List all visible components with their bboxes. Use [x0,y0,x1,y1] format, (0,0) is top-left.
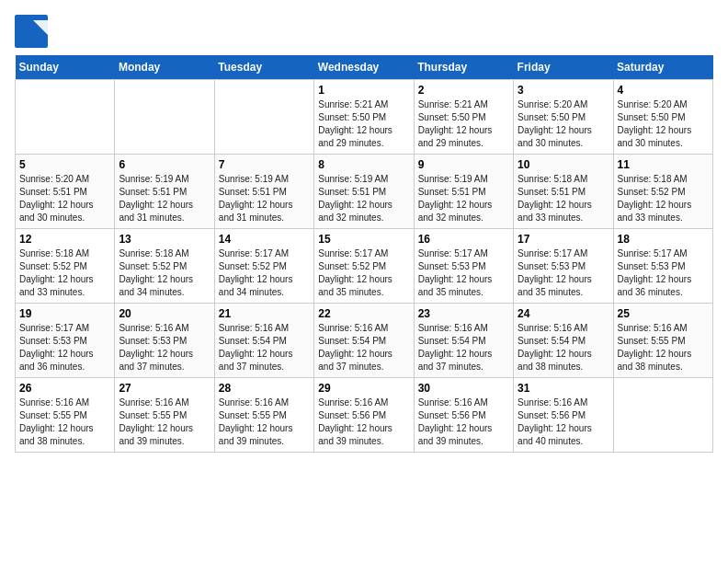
day-number: 30 [418,382,509,395]
day-number: 27 [119,382,210,395]
day-number: 11 [618,158,709,171]
calendar-cell: 6Sunrise: 5:19 AM Sunset: 5:51 PM Daylig… [115,155,214,229]
day-number: 18 [618,233,709,246]
calendar-cell: 8Sunrise: 5:19 AM Sunset: 5:51 PM Daylig… [314,155,414,229]
day-info: Sunrise: 5:18 AM Sunset: 5:52 PM Dayligh… [19,247,110,299]
day-info: Sunrise: 5:17 AM Sunset: 5:53 PM Dayligh… [518,247,609,299]
day-number: 28 [219,382,310,395]
day-info: Sunrise: 5:20 AM Sunset: 5:50 PM Dayligh… [618,98,709,150]
day-number: 8 [318,158,409,171]
calendar-cell: 12Sunrise: 5:18 AM Sunset: 5:52 PM Dayli… [16,229,115,304]
day-info: Sunrise: 5:19 AM Sunset: 5:51 PM Dayligh… [318,173,409,224]
column-header-sunday: Sunday [16,55,115,80]
column-header-tuesday: Tuesday [214,55,313,80]
calendar-header-row: SundayMondayTuesdayWednesdayThursdayFrid… [16,55,713,80]
calendar-week-row: 26Sunrise: 5:16 AM Sunset: 5:55 PM Dayli… [16,378,713,453]
calendar-cell [613,378,712,453]
day-info: Sunrise: 5:16 AM Sunset: 5:55 PM Dayligh… [618,322,709,373]
day-number: 20 [119,307,210,320]
day-info: Sunrise: 5:19 AM Sunset: 5:51 PM Dayligh… [119,173,210,224]
page-header [15,15,713,48]
day-info: Sunrise: 5:17 AM Sunset: 5:53 PM Dayligh… [19,322,110,373]
column-header-thursday: Thursday [414,55,513,80]
day-number: 19 [19,307,110,320]
calendar-cell: 22Sunrise: 5:16 AM Sunset: 5:54 PM Dayli… [314,304,414,378]
day-number: 24 [518,307,609,320]
calendar-week-row: 1Sunrise: 5:21 AM Sunset: 5:50 PM Daylig… [16,80,713,155]
day-info: Sunrise: 5:18 AM Sunset: 5:52 PM Dayligh… [119,247,210,299]
day-info: Sunrise: 5:16 AM Sunset: 5:54 PM Dayligh… [219,322,310,373]
calendar-cell: 9Sunrise: 5:19 AM Sunset: 5:51 PM Daylig… [414,155,513,229]
day-number: 1 [318,84,409,97]
day-number: 31 [518,382,609,395]
day-info: Sunrise: 5:17 AM Sunset: 5:52 PM Dayligh… [219,247,310,299]
calendar-cell: 21Sunrise: 5:16 AM Sunset: 5:54 PM Dayli… [214,304,313,378]
day-number: 9 [418,158,509,171]
calendar-cell: 4Sunrise: 5:20 AM Sunset: 5:50 PM Daylig… [613,80,712,155]
calendar-cell: 2Sunrise: 5:21 AM Sunset: 5:50 PM Daylig… [414,80,513,155]
day-info: Sunrise: 5:21 AM Sunset: 5:50 PM Dayligh… [318,98,409,150]
day-number: 5 [19,158,110,171]
day-info: Sunrise: 5:16 AM Sunset: 5:53 PM Dayligh… [119,322,210,373]
day-info: Sunrise: 5:16 AM Sunset: 5:54 PM Dayligh… [518,322,609,373]
day-info: Sunrise: 5:16 AM Sunset: 5:54 PM Dayligh… [318,322,409,373]
day-number: 17 [518,233,609,246]
day-info: Sunrise: 5:16 AM Sunset: 5:54 PM Dayligh… [418,322,509,373]
calendar-cell: 26Sunrise: 5:16 AM Sunset: 5:55 PM Dayli… [16,378,115,453]
day-number: 16 [418,233,509,246]
day-info: Sunrise: 5:20 AM Sunset: 5:51 PM Dayligh… [19,173,110,224]
column-header-friday: Friday [514,55,613,80]
day-info: Sunrise: 5:16 AM Sunset: 5:55 PM Dayligh… [219,396,310,448]
calendar-table: SundayMondayTuesdayWednesdayThursdayFrid… [15,55,713,453]
calendar-cell: 29Sunrise: 5:16 AM Sunset: 5:56 PM Dayli… [314,378,414,453]
day-number: 12 [19,233,110,246]
day-info: Sunrise: 5:17 AM Sunset: 5:52 PM Dayligh… [318,247,409,299]
day-info: Sunrise: 5:19 AM Sunset: 5:51 PM Dayligh… [219,173,310,224]
calendar-cell: 19Sunrise: 5:17 AM Sunset: 5:53 PM Dayli… [16,304,115,378]
day-info: Sunrise: 5:18 AM Sunset: 5:51 PM Dayligh… [518,173,609,224]
day-number: 26 [19,382,110,395]
day-number: 10 [518,158,609,171]
calendar-cell [16,80,115,155]
calendar-cell: 18Sunrise: 5:17 AM Sunset: 5:53 PM Dayli… [613,229,712,304]
day-info: Sunrise: 5:19 AM Sunset: 5:51 PM Dayligh… [418,173,509,224]
day-info: Sunrise: 5:16 AM Sunset: 5:55 PM Dayligh… [119,396,210,448]
day-number: 4 [618,84,709,97]
calendar-cell: 15Sunrise: 5:17 AM Sunset: 5:52 PM Dayli… [314,229,414,304]
day-number: 25 [618,307,709,320]
day-info: Sunrise: 5:16 AM Sunset: 5:55 PM Dayligh… [19,396,110,448]
day-number: 6 [119,158,210,171]
day-info: Sunrise: 5:16 AM Sunset: 5:56 PM Dayligh… [518,396,609,448]
day-number: 21 [219,307,310,320]
day-number: 14 [219,233,310,246]
day-info: Sunrise: 5:21 AM Sunset: 5:50 PM Dayligh… [418,98,509,150]
day-info: Sunrise: 5:17 AM Sunset: 5:53 PM Dayligh… [418,247,509,299]
calendar-cell [214,80,313,155]
calendar-week-row: 19Sunrise: 5:17 AM Sunset: 5:53 PM Dayli… [16,304,713,378]
day-number: 7 [219,158,310,171]
calendar-cell: 25Sunrise: 5:16 AM Sunset: 5:55 PM Dayli… [613,304,712,378]
logo [15,15,51,48]
logo-icon [15,15,48,48]
calendar-cell: 28Sunrise: 5:16 AM Sunset: 5:55 PM Dayli… [214,378,313,453]
day-number: 3 [518,84,609,97]
day-info: Sunrise: 5:17 AM Sunset: 5:53 PM Dayligh… [618,247,709,299]
calendar-cell: 7Sunrise: 5:19 AM Sunset: 5:51 PM Daylig… [214,155,313,229]
calendar-cell: 16Sunrise: 5:17 AM Sunset: 5:53 PM Dayli… [414,229,513,304]
calendar-cell: 27Sunrise: 5:16 AM Sunset: 5:55 PM Dayli… [115,378,214,453]
calendar-week-row: 5Sunrise: 5:20 AM Sunset: 5:51 PM Daylig… [16,155,713,229]
day-number: 13 [119,233,210,246]
column-header-saturday: Saturday [613,55,712,80]
day-info: Sunrise: 5:20 AM Sunset: 5:50 PM Dayligh… [518,98,609,150]
calendar-cell: 24Sunrise: 5:16 AM Sunset: 5:54 PM Dayli… [514,304,613,378]
day-number: 22 [318,307,409,320]
day-number: 29 [318,382,409,395]
column-header-wednesday: Wednesday [314,55,414,80]
svg-rect-0 [15,15,48,48]
calendar-cell: 11Sunrise: 5:18 AM Sunset: 5:52 PM Dayli… [613,155,712,229]
calendar-cell: 23Sunrise: 5:16 AM Sunset: 5:54 PM Dayli… [414,304,513,378]
column-header-monday: Monday [115,55,214,80]
day-number: 23 [418,307,509,320]
day-info: Sunrise: 5:16 AM Sunset: 5:56 PM Dayligh… [418,396,509,448]
calendar-cell: 14Sunrise: 5:17 AM Sunset: 5:52 PM Dayli… [214,229,313,304]
